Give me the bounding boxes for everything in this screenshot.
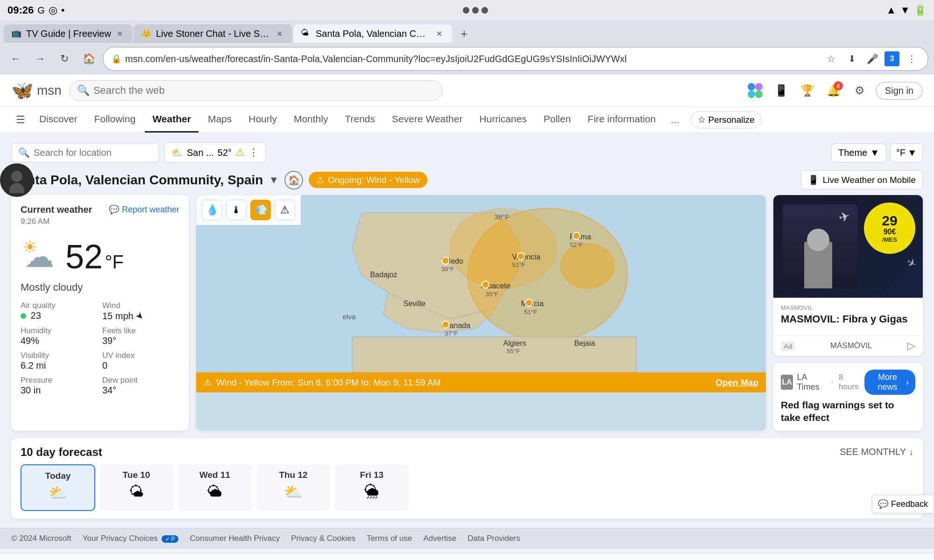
more-news-button[interactable]: More news › [864,370,915,395]
extensions-icon[interactable]: 3 [884,51,899,66]
forward-button[interactable]: → [30,49,50,69]
tab-close-3[interactable]: ✕ [434,28,445,39]
map-precipitation-btn[interactable]: 💧 [202,200,222,220]
current-weather-icon: ☀ ☁ [21,238,58,275]
saved-location-chip[interactable]: ⛅ San ... 52° ⚠ ⋮ [164,142,266,163]
menu-icon[interactable]: ⋮ [903,50,920,67]
dew-point-value: 34° [102,385,179,396]
forecast-day-name-tue: Tue 10 [106,470,166,480]
footer-advertise[interactable]: Advertise [423,534,456,543]
map-alert-text: Wind - Yellow From: Sun 8, 6:00 PM to: M… [216,378,441,388]
msn-search-bar[interactable]: 🔍 [69,80,443,101]
address-bar-row: ← → ↻ 🏠 🔒 msn.com/en-us/weather/forecast… [0,43,934,75]
microphone-icon[interactable]: 🎤 [864,50,881,67]
battery-icon: 🔋 [914,4,927,16]
temperature-unit-button[interactable]: °F ▼ [890,143,923,162]
svg-point-1 [755,83,763,91]
tab-favicon-2: 👑 [141,28,152,39]
notifications-icon[interactable]: 🔔 4 [823,80,844,101]
forecast-day-fri[interactable]: Fri 13 🌦 [334,464,409,511]
location-header: Santa Pola, Valencian Community, Spain ▼… [11,170,923,189]
location-search-input[interactable] [34,147,152,158]
home-button[interactable]: 🏠 [78,49,99,69]
ad-card: 29 90€ /MES ✈ ✈ MASMOVIL MASMOVIL: Fibra… [773,195,923,356]
map-temperature-btn[interactable]: 🌡 [226,200,247,220]
forecast-day-thu[interactable]: Thu 12 ⛅ [256,464,331,511]
current-temp-row: ☀ ☁ 52 °F [21,238,179,276]
chevron-right-icon: › [906,378,909,387]
theme-button[interactable]: Theme ▼ [831,143,886,162]
nav-item-hurricanes[interactable]: Hurricanes [472,107,534,133]
location-dropdown-icon[interactable]: ▼ [269,174,279,186]
browser-tab-2[interactable]: 👑 Live Stoner Chat - Live Sto... ✕ [134,24,292,43]
new-tab-button[interactable]: + [455,24,474,43]
map-controls: 💧 🌡 💨 ⚠ [196,195,301,225]
footer-privacy-cookies[interactable]: Privacy & Cookies [291,534,355,543]
nav-item-weather[interactable]: Weather [145,107,198,133]
forecast-title: 10 day forecast [21,446,102,459]
forecast-day-today[interactable]: Today ⛅ [21,464,95,511]
nav-more-button[interactable]: ... [665,107,685,133]
msn-logo[interactable]: 🦋 msn [11,80,62,101]
footer-consumer-health[interactable]: Consumer Health Privacy [190,534,280,543]
browser-tab-3[interactable]: 🌤 Santa Pola, Valencian Com... ✕ [293,24,452,43]
nav-item-trends[interactable]: Trends [337,107,382,133]
tab-bar: 📺 TV Guide | Freeview ✕ 👑 Live Stoner Ch… [0,21,934,43]
forecast-day-tue[interactable]: Tue 10 🌤 [99,464,174,511]
nav-item-fire-info[interactable]: Fire information [580,107,663,133]
forecast-header: 10 day forecast SEE MONTHLY ↓ [21,446,913,459]
home-location-icon[interactable]: 🏠 [284,171,303,189]
tab-close-2[interactable]: ✕ [275,28,285,39]
footer-data-providers[interactable]: Data Providers [467,534,520,543]
ad-title: MASMOVIL: Fibra y Gigas [781,313,915,325]
cloud-icon-small: ⛅ [171,147,183,158]
live-weather-mobile-button[interactable]: 📱 Live Weather on Mobile [801,170,923,189]
feels-like-value: 39° [102,336,179,346]
nav-item-following[interactable]: Following [87,107,143,133]
svg-point-2 [748,91,755,98]
report-weather-link[interactable]: 💬 Report weather [109,204,179,215]
wind-direction-icon: ➤ [133,309,147,323]
nav-item-maps[interactable]: Maps [200,107,239,133]
svg-text:38°F: 38°F [495,213,509,221]
personalize-button[interactable]: ☆ Personalize [691,111,762,128]
trophy-icon[interactable]: 🏆 [797,80,818,101]
footer-privacy-choices[interactable]: Your Privacy Choices ✓ P [83,534,179,543]
bookmark-icon[interactable]: ☆ [823,50,840,67]
copilot-icon[interactable] [745,80,765,101]
download-icon[interactable]: ⬇ [843,50,860,67]
sign-in-button[interactable]: Sign in [876,82,923,100]
msn-search-input[interactable] [93,84,435,97]
ad-more-icon[interactable]: ▷ [907,340,915,352]
browser-tab-1[interactable]: 📺 TV Guide | Freeview ✕ [4,24,133,43]
nav-item-severe-weather[interactable]: Severe Weather [384,107,470,133]
settings-icon[interactable]: ⚙ [849,80,870,101]
see-monthly-button[interactable]: SEE MONTHLY ↓ [840,447,913,457]
map-wind-btn[interactable]: 💨 [250,200,271,220]
refresh-button[interactable]: ↻ [54,49,75,69]
forecast-day-wed[interactable]: Wed 11 🌥 [177,464,252,511]
footer-terms[interactable]: Terms of use [367,534,412,543]
location-search[interactable]: 🔍 [11,143,159,162]
svg-text:Algiers: Algiers [503,339,526,347]
back-button[interactable]: ← [6,49,26,69]
avatar-circle[interactable] [0,163,34,197]
saved-location-more[interactable]: ⋮ [248,147,259,159]
visibility-value: 6.2 mi [21,360,98,371]
map-alerts-btn[interactable]: ⚠ [275,200,295,220]
nav-menu-icon[interactable]: ☰ [11,111,30,129]
nav-item-discover[interactable]: Discover [32,107,85,133]
open-map-link[interactable]: Open Map [715,378,758,388]
weather-content: 🔍 ⛅ San ... 52° ⚠ ⋮ Theme ▼ °F ▼ [0,133,934,528]
svg-text:37°F: 37°F [445,330,458,337]
nav-item-pollen[interactable]: Pollen [536,107,578,133]
nav-item-hourly[interactable]: Hourly [241,107,284,133]
svg-point-25 [442,257,449,264]
nav-item-monthly[interactable]: Monthly [286,107,336,133]
saved-location-name: San ... [187,147,214,158]
feedback-button[interactable]: 💬 Feedback [872,495,934,513]
mobile-icon[interactable]: 📱 [771,80,792,101]
theme-dropdown-icon: ▼ [870,147,879,158]
address-bar[interactable]: 🔒 msn.com/en-us/weather/forecast/in-Sant… [103,47,928,71]
tab-close-1[interactable]: ✕ [115,28,125,39]
